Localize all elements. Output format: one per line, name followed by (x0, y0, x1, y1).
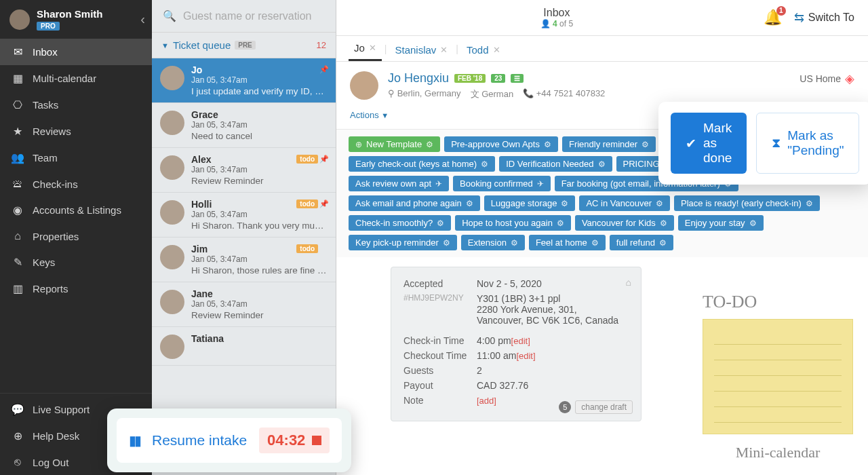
avatar (160, 155, 184, 180)
notification-count: 1 (776, 6, 786, 16)
avatar (160, 290, 184, 314)
change-draft-button[interactable]: change draft (575, 400, 633, 414)
template-chip[interactable]: Booking confirmed✈ (453, 176, 551, 191)
pin-icon: 📌 (319, 155, 329, 164)
gear-icon: ⚙ (642, 140, 649, 149)
avatar (160, 111, 184, 135)
tab-jo[interactable]: Jo✕ (349, 37, 382, 61)
stop-icon[interactable] (312, 436, 321, 445)
nav-accounts[interactable]: ◉Accounts & Listings (0, 197, 152, 223)
notifications-button[interactable]: 🔔1 (764, 9, 782, 26)
avatar (160, 200, 184, 225)
reservation-code[interactable]: #HMJ9EPW2NY (403, 293, 477, 326)
todo-panel: TO-DO Mini-calendar (703, 292, 853, 461)
template-chip[interactable]: ⊕New Template⚙ (349, 136, 440, 152)
actions-dropdown[interactable]: Actions ▼ (350, 110, 389, 120)
check-icon: ✔ (686, 136, 696, 151)
collapse-icon[interactable]: ‹ (140, 12, 145, 27)
todo-title: TO-DO (703, 292, 853, 312)
search-placeholder: Guest name or reservation (183, 10, 311, 22)
template-chip[interactable]: Enjoy your stay⚙ (678, 215, 764, 231)
tab-todd[interactable]: Todd✕ (461, 39, 506, 61)
main: Inbox 👤 4 of 5 🔔1 ⇆Switch To Jo✕ | Stani… (336, 0, 868, 475)
template-chip[interactable]: Vancouver for Kids⚙ (575, 215, 674, 231)
close-icon[interactable]: ✕ (493, 45, 500, 55)
nav-tasks[interactable]: ⎔Tasks (0, 92, 152, 118)
template-chip[interactable]: Ask review own apt✈ (349, 176, 449, 191)
team-icon: 👥 (11, 151, 24, 164)
profile[interactable]: Sharon Smith PRO ‹ (0, 0, 152, 39)
conversation-tabs: Jo✕ | Stanislav✕ | Todd✕ (336, 36, 868, 62)
ticket-item[interactable]: AlexJan 05, 3:47amReview Remindertodo📌 (152, 148, 336, 193)
draft-count: 5 (559, 401, 571, 413)
ticket-item[interactable]: Tatiana (152, 327, 336, 366)
mark-pending-button[interactable]: ⧗Mark as "Pending" (756, 113, 859, 174)
reservation-card: ⌂ AcceptedNov 2 - 5, 2020 #HMJ9EPW2NYY30… (391, 267, 642, 421)
nav-checkins[interactable]: 🛎Check-ins (0, 171, 152, 197)
search-icon: 🔍 (163, 10, 176, 22)
member-since-badge: FEB '18 (454, 74, 486, 83)
template-chip[interactable]: Hope to host you again⚙ (455, 215, 571, 231)
calendar-icon: ▦ (11, 72, 24, 85)
tasks-icon: ⎔ (11, 98, 24, 111)
close-icon[interactable]: ✕ (369, 43, 376, 53)
pin-icon: 📌 (319, 65, 329, 74)
queue-header[interactable]: ▼ Ticket queue PRE 12 (152, 33, 336, 58)
nav-team[interactable]: 👥Team (0, 145, 152, 171)
ticket-item[interactable]: JaneJan 05, 3:47amReview Reminder (152, 282, 336, 327)
page-subtitle: 👤 4 of 5 (350, 19, 764, 28)
tab-stanislav[interactable]: Stanislav✕ (389, 39, 453, 61)
hourglass-icon: ⧗ (772, 136, 781, 151)
home-icon: ⌂ (626, 277, 631, 288)
pause-icon[interactable]: ▮▮ (129, 432, 140, 449)
close-icon[interactable]: ✕ (440, 45, 448, 55)
template-chip[interactable]: Ask email and phone again⚙ (349, 195, 480, 211)
avatar (160, 335, 184, 359)
search[interactable]: 🔍 Guest name or reservation (152, 0, 336, 33)
nav-multi-calendar[interactable]: ▦Multi-calendar (0, 65, 152, 92)
template-chip[interactable]: Check-in smoothly?⚙ (349, 215, 451, 231)
template-chip[interactable]: Key pick-up reminder⚙ (349, 235, 457, 250)
gear-icon: ⚙ (511, 238, 518, 248)
switch-to-button[interactable]: ⇆Switch To (794, 10, 854, 25)
nav-reports[interactable]: ▥Reports (0, 276, 152, 302)
ticket-item[interactable]: JoJan 05, 3:47amI just update and verify… (152, 58, 336, 103)
template-chip[interactable]: Feel at home⚙ (529, 235, 606, 250)
ticket-item[interactable]: GraceJan 05, 3:47amNeed to cancel (152, 103, 336, 148)
todo-sticky[interactable] (703, 319, 853, 434)
plus-icon: ⊕ (355, 140, 362, 149)
edit-checkin[interactable]: [edit] (511, 336, 530, 346)
template-chip[interactable]: Friendly reminder⚙ (562, 136, 656, 152)
nav-properties[interactable]: ⌂Properties (0, 223, 152, 249)
guest-name[interactable]: Jo Hengxiu (388, 71, 449, 85)
language-icon: 文 German (471, 88, 514, 100)
template-chip[interactable]: Luggage storage⚙ (484, 195, 576, 211)
nav-reviews[interactable]: ★Reviews (0, 118, 152, 145)
edit-checkout[interactable]: [edit] (516, 351, 535, 361)
todo-badge: todo (296, 244, 318, 253)
nav-keys[interactable]: ✎Keys (0, 249, 152, 276)
listing-link[interactable]: US Home◈ (800, 71, 854, 86)
star-icon: ★ (11, 125, 24, 138)
mark-done-button[interactable]: ✔Mark as done (671, 113, 747, 174)
switch-icon: ⇆ (794, 10, 804, 25)
resume-intake-button[interactable]: Resume intake (152, 432, 247, 449)
add-note[interactable]: [add] (477, 396, 496, 406)
inbox-icon: ✉ (11, 45, 24, 58)
template-chip[interactable]: AC in Vancouver⚙ (579, 195, 670, 211)
template-chip[interactable]: full refund⚙ (610, 235, 673, 250)
nav-inbox[interactable]: ✉Inbox (0, 39, 152, 65)
nav: ✉Inbox ▦Multi-calendar ⎔Tasks ★Reviews 👥… (0, 39, 152, 393)
template-chip[interactable]: ID Verification Needed⚙ (499, 156, 612, 172)
ticket-item[interactable]: JimJan 05, 3:47amHi Sharon, those rules … (152, 238, 336, 282)
template-chip[interactable]: Early check-out (keys at home)⚙ (349, 156, 495, 172)
chart-icon: ▥ (11, 282, 24, 295)
mini-calendar-title: Mini-calendar (703, 444, 853, 461)
template-chip[interactable]: Extension⚙ (461, 235, 525, 250)
template-chip[interactable]: Pre-approve Own Apts⚙ (444, 136, 558, 152)
template-chip[interactable]: Place is ready! (early check-in)⚙ (674, 195, 820, 211)
ticket-item[interactable]: HolliJan 05, 3:47amHi Sharon. Thank you … (152, 193, 336, 238)
todo-badge: todo (296, 155, 318, 164)
gear-icon: ⚙ (659, 238, 667, 248)
gear-icon: ⚙ (749, 218, 757, 228)
